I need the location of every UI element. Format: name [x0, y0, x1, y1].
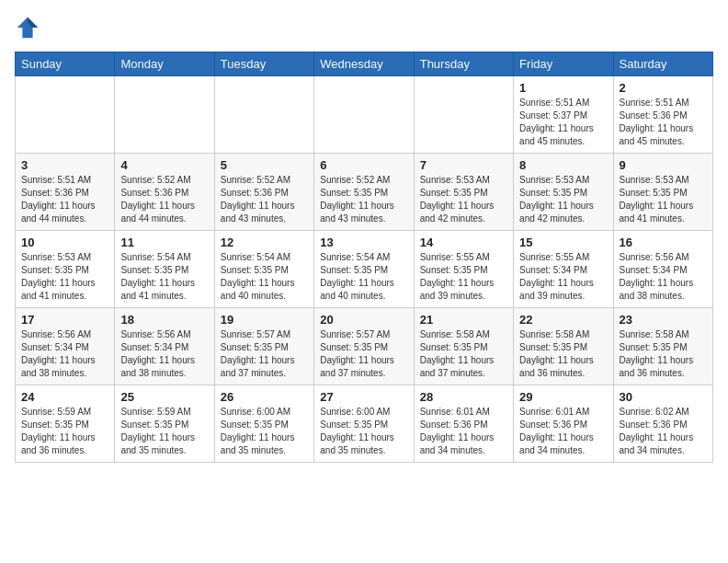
calendar-cell: 5Sunrise: 5:52 AM Sunset: 5:36 PM Daylig… — [214, 154, 313, 231]
day-info: Sunrise: 5:53 AM Sunset: 5:35 PM Dayligh… — [21, 251, 108, 303]
day-info: Sunrise: 6:00 AM Sunset: 5:35 PM Dayligh… — [320, 406, 407, 457]
calendar-cell: 1Sunrise: 5:51 AM Sunset: 5:37 PM Daylig… — [514, 76, 613, 154]
header-day-saturday: Saturday — [613, 52, 712, 76]
calendar-cell: 11Sunrise: 5:54 AM Sunset: 5:35 PM Dayli… — [115, 231, 214, 308]
day-info: Sunrise: 5:57 AM Sunset: 5:35 PM Dayligh… — [221, 328, 308, 380]
header-row: SundayMondayTuesdayWednesdayThursdayFrid… — [16, 52, 713, 76]
calendar-cell — [115, 76, 214, 154]
calendar-cell: 17Sunrise: 5:56 AM Sunset: 5:34 PM Dayli… — [16, 308, 115, 385]
day-number: 17 — [21, 313, 108, 327]
day-number: 28 — [420, 390, 507, 404]
day-info: Sunrise: 5:55 AM Sunset: 5:35 PM Dayligh… — [420, 251, 507, 303]
day-number: 27 — [320, 390, 407, 404]
day-number: 13 — [320, 236, 407, 249]
day-info: Sunrise: 5:52 AM Sunset: 5:35 PM Dayligh… — [320, 174, 407, 225]
day-number: 16 — [620, 236, 707, 249]
day-info: Sunrise: 5:56 AM Sunset: 5:34 PM Dayligh… — [120, 328, 208, 380]
calendar-cell: 27Sunrise: 6:00 AM Sunset: 5:35 PM Dayli… — [314, 385, 414, 463]
header-day-monday: Monday — [115, 52, 214, 76]
day-info: Sunrise: 5:59 AM Sunset: 5:35 PM Dayligh… — [120, 406, 208, 457]
calendar-body: 1Sunrise: 5:51 AM Sunset: 5:37 PM Daylig… — [16, 76, 713, 463]
day-number: 24 — [21, 390, 108, 404]
day-number: 29 — [519, 390, 607, 404]
calendar-cell: 24Sunrise: 5:59 AM Sunset: 5:35 PM Dayli… — [16, 385, 115, 463]
calendar-cell: 30Sunrise: 6:02 AM Sunset: 5:36 PM Dayli… — [613, 385, 712, 463]
day-number: 7 — [420, 158, 507, 172]
day-info: Sunrise: 5:53 AM Sunset: 5:35 PM Dayligh… — [620, 174, 707, 225]
header-day-sunday: Sunday — [16, 52, 115, 76]
calendar-cell: 22Sunrise: 5:58 AM Sunset: 5:35 PM Dayli… — [514, 308, 613, 385]
day-info: Sunrise: 5:54 AM Sunset: 5:35 PM Dayligh… — [221, 251, 308, 303]
day-number: 26 — [221, 390, 308, 404]
calendar-cell: 9Sunrise: 5:53 AM Sunset: 5:35 PM Daylig… — [613, 154, 712, 231]
calendar-cell: 21Sunrise: 5:58 AM Sunset: 5:35 PM Dayli… — [414, 308, 513, 385]
calendar-cell: 6Sunrise: 5:52 AM Sunset: 5:35 PM Daylig… — [314, 154, 414, 231]
calendar-cell: 20Sunrise: 5:57 AM Sunset: 5:35 PM Dayli… — [314, 308, 414, 385]
calendar-cell: 13Sunrise: 5:54 AM Sunset: 5:35 PM Dayli… — [314, 231, 414, 308]
day-info: Sunrise: 6:00 AM Sunset: 5:35 PM Dayligh… — [221, 406, 308, 457]
day-number: 30 — [620, 390, 707, 404]
logo — [15, 15, 44, 40]
calendar-cell: 26Sunrise: 6:00 AM Sunset: 5:35 PM Dayli… — [214, 385, 313, 463]
calendar-cell: 2Sunrise: 5:51 AM Sunset: 5:36 PM Daylig… — [613, 76, 712, 154]
day-info: Sunrise: 5:56 AM Sunset: 5:34 PM Dayligh… — [21, 328, 108, 380]
day-info: Sunrise: 5:54 AM Sunset: 5:35 PM Dayligh… — [320, 251, 407, 303]
day-info: Sunrise: 5:59 AM Sunset: 5:35 PM Dayligh… — [21, 406, 108, 457]
day-number: 14 — [420, 236, 507, 249]
day-info: Sunrise: 5:51 AM Sunset: 5:36 PM Dayligh… — [21, 174, 108, 225]
day-info: Sunrise: 6:01 AM Sunset: 5:36 PM Dayligh… — [519, 406, 607, 457]
day-info: Sunrise: 5:52 AM Sunset: 5:36 PM Dayligh… — [221, 174, 308, 225]
day-number: 10 — [21, 236, 108, 249]
calendar-cell: 4Sunrise: 5:52 AM Sunset: 5:36 PM Daylig… — [115, 154, 214, 231]
calendar-cell — [214, 76, 313, 154]
day-number: 2 — [620, 81, 707, 95]
day-info: Sunrise: 5:52 AM Sunset: 5:36 PM Dayligh… — [120, 174, 208, 225]
day-info: Sunrise: 5:51 AM Sunset: 5:36 PM Dayligh… — [620, 97, 707, 148]
day-info: Sunrise: 5:58 AM Sunset: 5:35 PM Dayligh… — [420, 328, 507, 380]
day-number: 22 — [519, 313, 607, 327]
day-number: 1 — [519, 81, 607, 95]
page-container: SundayMondayTuesdayWednesdayThursdayFrid… — [0, 0, 728, 477]
day-info: Sunrise: 6:02 AM Sunset: 5:36 PM Dayligh… — [620, 406, 707, 457]
day-info: Sunrise: 5:55 AM Sunset: 5:34 PM Dayligh… — [519, 251, 607, 303]
day-info: Sunrise: 5:56 AM Sunset: 5:34 PM Dayligh… — [620, 251, 707, 303]
calendar-cell: 7Sunrise: 5:53 AM Sunset: 5:35 PM Daylig… — [414, 154, 513, 231]
day-info: Sunrise: 5:58 AM Sunset: 5:35 PM Dayligh… — [519, 328, 607, 380]
calendar-cell — [314, 76, 414, 154]
calendar-cell: 15Sunrise: 5:55 AM Sunset: 5:34 PM Dayli… — [514, 231, 613, 308]
calendar-cell — [16, 76, 115, 154]
day-number: 21 — [420, 313, 507, 327]
day-info: Sunrise: 5:54 AM Sunset: 5:35 PM Dayligh… — [120, 251, 208, 303]
week-row-5: 24Sunrise: 5:59 AM Sunset: 5:35 PM Dayli… — [16, 385, 713, 463]
calendar-table: SundayMondayTuesdayWednesdayThursdayFrid… — [15, 52, 713, 463]
calendar-header: SundayMondayTuesdayWednesdayThursdayFrid… — [16, 52, 713, 76]
header-day-wednesday: Wednesday — [314, 52, 414, 76]
page-header — [15, 15, 713, 40]
day-number: 23 — [620, 313, 707, 327]
day-info: Sunrise: 5:53 AM Sunset: 5:35 PM Dayligh… — [519, 174, 607, 225]
calendar-cell: 8Sunrise: 5:53 AM Sunset: 5:35 PM Daylig… — [514, 154, 613, 231]
day-number: 15 — [519, 236, 607, 249]
week-row-1: 1Sunrise: 5:51 AM Sunset: 5:37 PM Daylig… — [16, 76, 713, 154]
header-day-tuesday: Tuesday — [214, 52, 313, 76]
day-info: Sunrise: 5:57 AM Sunset: 5:35 PM Dayligh… — [320, 328, 407, 380]
calendar-cell: 3Sunrise: 5:51 AM Sunset: 5:36 PM Daylig… — [16, 154, 115, 231]
day-number: 5 — [221, 158, 308, 172]
day-number: 19 — [221, 313, 308, 327]
day-number: 12 — [221, 236, 308, 249]
day-number: 11 — [120, 236, 208, 249]
calendar-cell: 12Sunrise: 5:54 AM Sunset: 5:35 PM Dayli… — [214, 231, 313, 308]
day-info: Sunrise: 5:51 AM Sunset: 5:37 PM Dayligh… — [519, 97, 607, 148]
calendar-cell: 23Sunrise: 5:58 AM Sunset: 5:35 PM Dayli… — [613, 308, 712, 385]
calendar-cell: 29Sunrise: 6:01 AM Sunset: 5:36 PM Dayli… — [514, 385, 613, 463]
calendar-cell — [414, 76, 513, 154]
header-day-thursday: Thursday — [414, 52, 513, 76]
day-number: 18 — [120, 313, 208, 327]
calendar-cell: 14Sunrise: 5:55 AM Sunset: 5:35 PM Dayli… — [414, 231, 513, 308]
week-row-2: 3Sunrise: 5:51 AM Sunset: 5:36 PM Daylig… — [16, 154, 713, 231]
calendar-cell: 28Sunrise: 6:01 AM Sunset: 5:36 PM Dayli… — [414, 385, 513, 463]
calendar-cell: 19Sunrise: 5:57 AM Sunset: 5:35 PM Dayli… — [214, 308, 313, 385]
day-number: 8 — [519, 158, 607, 172]
day-info: Sunrise: 6:01 AM Sunset: 5:36 PM Dayligh… — [420, 406, 507, 457]
header-day-friday: Friday — [514, 52, 613, 76]
